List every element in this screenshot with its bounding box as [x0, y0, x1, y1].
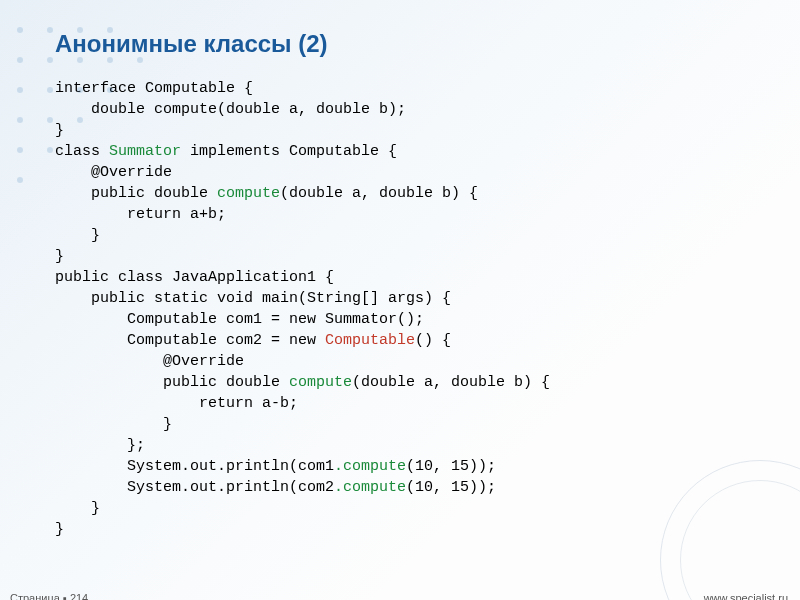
code-line: public class JavaApplication1 {	[55, 269, 334, 286]
page-number: 214	[70, 592, 88, 600]
code-line: }	[55, 500, 100, 517]
slide-title: Анонимные классы (2)	[0, 0, 800, 78]
code-line: }	[55, 227, 100, 244]
code-line: return a-b;	[55, 395, 298, 412]
code-line: (double a, double b) {	[352, 374, 550, 391]
code-line: double compute(double a, double b);	[55, 101, 406, 118]
code-method-call: .compute	[334, 458, 406, 475]
code-line: @Override	[55, 164, 172, 181]
code-method: compute	[217, 185, 280, 202]
code-line: class	[55, 143, 109, 160]
code-line: @Override	[55, 353, 244, 370]
page-indicator: Страница ▪ 214	[10, 592, 88, 600]
code-line: interface Computable {	[55, 80, 253, 97]
code-line: return a+b;	[55, 206, 226, 223]
code-line: }	[55, 122, 64, 139]
code-line: implements Computable {	[181, 143, 397, 160]
code-line: public double	[55, 185, 217, 202]
page-label: Страница	[10, 592, 60, 600]
code-line: (10, 15));	[406, 479, 496, 496]
code-line: Computable com1 = new Summator();	[55, 311, 424, 328]
code-line: }	[55, 416, 172, 433]
code-classname: Computable	[325, 332, 415, 349]
page-separator: ▪	[60, 592, 70, 600]
code-line: System.out.println(com2	[55, 479, 334, 496]
code-line: () {	[415, 332, 451, 349]
code-line: }	[55, 248, 64, 265]
code-line: Computable com2 = new	[55, 332, 325, 349]
code-method: compute	[289, 374, 352, 391]
code-line: };	[55, 437, 145, 454]
footer-url: www.specialist.ru	[704, 592, 788, 600]
code-line: public static void main(String[] args) {	[55, 290, 451, 307]
code-line: (double a, double b) {	[280, 185, 478, 202]
code-method-call: .compute	[334, 479, 406, 496]
code-line: (10, 15));	[406, 458, 496, 475]
code-block: interface Computable { double compute(do…	[0, 78, 800, 540]
code-line: }	[55, 521, 64, 538]
code-line: System.out.println(com1	[55, 458, 334, 475]
code-classname: Summator	[109, 143, 181, 160]
code-line: public double	[55, 374, 289, 391]
